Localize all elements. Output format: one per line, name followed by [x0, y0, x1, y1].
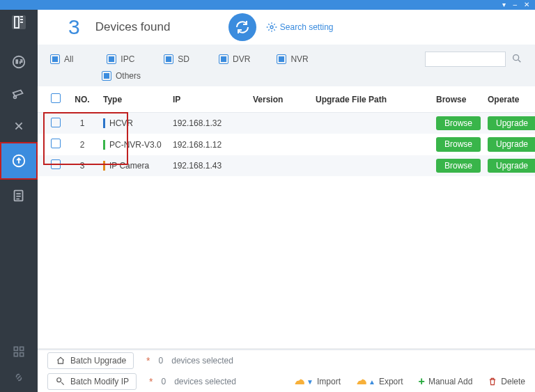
upgrade-button[interactable]: Upgrade [488, 116, 535, 130]
svg-rect-7 [14, 353, 17, 356]
app-logo-icon [10, 14, 27, 31]
row-path [311, 134, 432, 155]
export-button[interactable]: ▲ Export [356, 377, 403, 386]
required-icon: * [146, 355, 150, 366]
row-path [311, 155, 432, 176]
row-checkbox[interactable] [51, 159, 61, 169]
device-count: 3 [68, 15, 80, 39]
svg-rect-6 [20, 347, 24, 350]
row-no: 2 [65, 134, 99, 155]
table-area: NO. Type IP Version Upgrade File Path Br… [38, 86, 535, 349]
page-title: Devices found [95, 20, 171, 34]
cloud-down-icon [294, 377, 305, 386]
window-menu-icon[interactable]: ▾ [502, 1, 506, 8]
upgrade-button[interactable]: Upgrade [488, 137, 535, 151]
selected-text-1: devices selected [171, 356, 233, 366]
col-path[interactable]: Upgrade File Path [311, 86, 432, 113]
row-no: 1 [65, 113, 99, 134]
filter-all[interactable]: All [50, 54, 73, 64]
gear-icon [266, 22, 277, 33]
col-type[interactable]: Type [99, 86, 169, 113]
nav-camera-settings-icon[interactable] [0, 78, 38, 110]
type-bar-icon [103, 118, 105, 128]
filter-bar: All IPC SD DVR NVR Others [38, 45, 535, 86]
row-version [249, 134, 311, 155]
filter-sd[interactable]: SD [164, 54, 189, 64]
col-no[interactable]: NO. [65, 86, 99, 113]
trash-icon [488, 377, 497, 386]
titlebar: ▾ – ✕ [0, 0, 535, 10]
batch-modify-ip-button[interactable]: Batch Modify IP [47, 373, 137, 390]
upgrade-button[interactable]: Upgrade [488, 159, 535, 173]
content: 3 Devices found Search setting All IPC S… [38, 10, 535, 392]
row-checkbox[interactable] [51, 139, 61, 148]
house-up-icon [55, 356, 66, 366]
row-no: 3 [65, 155, 99, 176]
filter-dvr[interactable]: DVR [219, 54, 250, 64]
batch-upgrade-button[interactable]: Batch Upgrade [47, 352, 134, 369]
svg-rect-5 [14, 347, 17, 350]
col-ip[interactable]: IP [169, 86, 249, 113]
row-path [311, 113, 432, 134]
header: 3 Devices found Search setting [38, 10, 535, 45]
table-row[interactable]: 2PC-NVR-V3.0192.168.1.12BrowseUpgrade [38, 134, 535, 155]
row-checkbox[interactable] [51, 118, 61, 127]
window-close-icon[interactable]: ✕ [524, 1, 529, 8]
selected-text-2: devices selected [174, 377, 236, 386]
required-icon: * [149, 376, 153, 387]
nav-upgrade-icon[interactable] [0, 142, 38, 180]
window-minimize-icon[interactable]: – [513, 1, 517, 8]
nav-grid-icon[interactable] [12, 345, 26, 361]
row-type: IP Camera [109, 161, 149, 171]
select-all-checkbox[interactable] [51, 93, 61, 103]
svg-rect-8 [20, 353, 24, 356]
browse-button[interactable]: Browse [436, 137, 481, 151]
manual-add-button[interactable]: + Manual Add [419, 376, 473, 387]
refresh-button[interactable] [228, 13, 256, 41]
row-ip: 192.168.1.43 [169, 155, 249, 176]
search-setting-link[interactable]: Search setting [266, 22, 334, 33]
nav-tools-icon[interactable] [0, 110, 38, 142]
table-row[interactable]: 1HCVR192.168.1.32BrowseUpgrade [38, 113, 535, 134]
row-version [249, 113, 311, 134]
main: 3 Devices found Search setting All IPC S… [0, 10, 535, 392]
cloud-up-icon [356, 377, 367, 386]
filter-others[interactable]: Others [102, 71, 141, 81]
delete-button[interactable]: Delete [488, 377, 525, 386]
import-button[interactable]: ▼ Import [294, 377, 341, 386]
device-table: NO. Type IP Version Upgrade File Path Br… [38, 86, 535, 176]
search-icon[interactable] [511, 53, 522, 66]
svg-point-10 [513, 54, 519, 60]
row-ip: 192.168.1.32 [169, 113, 249, 134]
nav-link-icon[interactable] [12, 370, 26, 386]
search-setting-label: Search setting [280, 22, 334, 32]
nav-ip-icon[interactable] [0, 46, 38, 78]
svg-point-1 [13, 56, 25, 68]
col-version[interactable]: Version [249, 86, 311, 113]
filter-nvr[interactable]: NVR [277, 54, 308, 64]
col-operate[interactable]: Operate [483, 86, 535, 113]
nav-template-icon[interactable] [0, 180, 38, 212]
svg-point-11 [57, 378, 61, 382]
filter-ipc[interactable]: IPC [107, 54, 134, 64]
col-browse[interactable]: Browse [432, 86, 483, 113]
row-ip: 192.168.1.12 [169, 134, 249, 155]
row-type: HCVR [109, 118, 133, 128]
footer: Batch Upgrade * 0 devices selected Batch… [38, 349, 535, 392]
selected-count-2: 0 [162, 377, 166, 386]
svg-point-9 [270, 26, 273, 29]
search-input[interactable] [425, 52, 506, 67]
svg-point-2 [14, 96, 17, 99]
type-bar-icon [103, 161, 105, 171]
table-row[interactable]: 3IP Camera192.168.1.43BrowseUpgrade [38, 155, 535, 176]
browse-button[interactable]: Browse [436, 159, 481, 173]
type-bar-icon [103, 140, 105, 150]
row-version [249, 155, 311, 176]
row-type: PC-NVR-V3.0 [109, 140, 162, 150]
sidebar [0, 10, 38, 392]
selected-count-1: 0 [159, 356, 164, 366]
browse-button[interactable]: Browse [436, 116, 481, 130]
ip-pencil-icon [55, 377, 66, 386]
plus-icon: + [419, 376, 425, 387]
